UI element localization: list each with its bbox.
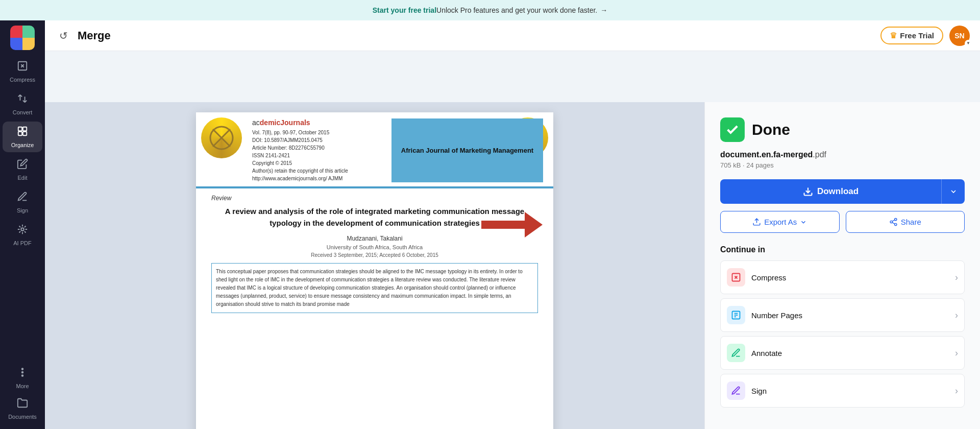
svg-point-19 <box>894 218 896 220</box>
sidebar-item-more[interactable]: More <box>3 363 42 393</box>
file-meta: 705 kB · 24 pages <box>720 161 965 169</box>
svg-point-7 <box>22 372 23 373</box>
edit-icon <box>17 158 28 173</box>
sidebar-item-organize[interactable]: Organize <box>3 122 42 152</box>
download-label: Download <box>817 186 859 197</box>
continue-item-number-pages[interactable]: Number Pages › <box>720 298 965 332</box>
continue-item-number-pages-left: Number Pages <box>727 306 802 324</box>
header: ↺ Merge ♛ Free Trial SN ▼ <box>0 20 980 51</box>
main-content: acdemicJournals Vol. 7(8), pp. 90-97, Oc… <box>45 102 980 429</box>
sidebar-item-compress-label: Compress <box>10 77 35 83</box>
pdf-section-label: Review <box>211 195 538 202</box>
continue-item-sign-left: Sign <box>727 382 767 400</box>
sidebar-item-edit[interactable]: Edit <box>3 154 42 185</box>
file-info: document.en.fa-merged.pdf 705 kB · 24 pa… <box>720 150 965 169</box>
journal-name: acdemicJournals <box>252 118 391 127</box>
continue-item-compress[interactable]: Compress › <box>720 260 965 294</box>
continue-item-annotate[interactable]: Annotate › <box>720 336 965 370</box>
crown-icon: ♛ <box>890 31 897 40</box>
svg-rect-15 <box>481 221 525 229</box>
svg-rect-4 <box>23 132 27 135</box>
download-icon <box>803 186 813 197</box>
continue-title: Continue in <box>720 245 965 254</box>
app-logo[interactable] <box>10 26 35 50</box>
svg-line-23 <box>892 220 895 222</box>
continue-item-annotate-left: Annotate <box>727 344 782 362</box>
banner-text: Unlock Pro features and get your work do… <box>436 6 597 14</box>
pdf-viewer: acdemicJournals Vol. 7(8), pp. 90-97, Oc… <box>45 102 704 429</box>
share-icon <box>889 218 898 226</box>
sidebar-item-convert[interactable]: Convert <box>3 89 42 120</box>
banner-highlight: Start your free trial <box>373 6 436 14</box>
continue-item-sign[interactable]: Sign › <box>720 374 965 408</box>
share-button[interactable]: Share <box>846 211 965 233</box>
export-icon <box>752 218 761 226</box>
done-check-icon <box>720 117 745 142</box>
action-row: Export As Share <box>720 211 965 233</box>
chevron-down-icon <box>949 187 958 196</box>
sign-icon <box>17 191 28 205</box>
sidebar-item-edit-label: Edit <box>18 175 28 181</box>
share-label: Share <box>901 218 921 226</box>
free-trial-button[interactable]: ♛ Free Trial <box>880 27 943 44</box>
back-button[interactable]: ↺ <box>55 28 71 44</box>
file-name-base: document.en.fa-merged <box>720 150 813 159</box>
pdf-meta: Vol. 7(8), pp. 90-97, October 2015 DOI: … <box>252 129 391 182</box>
avatar[interactable]: SN ▼ <box>949 26 970 46</box>
svg-marker-16 <box>525 212 543 237</box>
sidebar-item-organize-label: Organize <box>11 142 34 148</box>
svg-rect-1 <box>18 127 22 131</box>
pdf-received: Received 3 September, 2015; Accepted 6 O… <box>211 252 538 258</box>
red-arrow-icon <box>481 209 543 240</box>
svg-point-8 <box>22 375 23 376</box>
sign-continue-label: Sign <box>751 387 767 395</box>
sidebar-item-compress[interactable]: Compress <box>3 56 42 87</box>
svg-rect-3 <box>18 132 22 135</box>
download-row: Download <box>720 179 965 204</box>
sidebar-item-ai-pdf-label: AI PDF <box>13 240 31 246</box>
organize-icon <box>17 126 28 140</box>
annotate-chevron-icon: › <box>955 348 958 359</box>
svg-point-5 <box>21 228 24 231</box>
svg-line-22 <box>892 223 895 224</box>
compress-chevron-icon: › <box>955 272 958 283</box>
header-left: ↺ Merge <box>55 28 111 44</box>
compress-continue-label: Compress <box>751 273 786 282</box>
sidebar-item-documents[interactable]: Documents <box>3 393 42 424</box>
sign-continue-icon <box>727 382 745 400</box>
download-button[interactable]: Download <box>720 179 941 204</box>
download-caret-button[interactable] <box>941 179 965 204</box>
file-ext: .pdf <box>813 150 826 159</box>
sidebar: Compress Convert Organize Edit Sign AI P… <box>0 20 45 429</box>
ai-pdf-icon <box>17 224 28 238</box>
banner-arrow: → <box>600 6 607 14</box>
svg-point-6 <box>22 368 23 370</box>
svg-point-21 <box>894 223 896 225</box>
convert-icon <box>17 93 28 107</box>
compress-continue-icon <box>727 268 745 287</box>
pdf-abstract-text: This conceptual paper proposes that comm… <box>216 268 533 308</box>
pdf-affiliation: University of South Africa, South Africa <box>211 244 538 250</box>
sidebar-item-ai-pdf[interactable]: AI PDF <box>3 220 42 250</box>
avatar-initials: SN <box>954 32 964 40</box>
compress-icon <box>17 60 28 75</box>
top-banner: Start your free trial Unlock Pro feature… <box>0 0 980 20</box>
annotate-continue-label: Annotate <box>751 349 782 358</box>
sidebar-bottom: More Documents <box>3 363 42 424</box>
annotate-continue-icon <box>727 344 745 362</box>
sidebar-item-sign-label: Sign <box>17 207 28 213</box>
right-panel: Done document.en.fa-merged.pdf 705 kB · … <box>704 102 980 429</box>
more-icon <box>17 367 28 381</box>
number-pages-continue-label: Number Pages <box>751 311 802 320</box>
export-chevron-icon <box>800 219 807 226</box>
avatar-caret-icon: ▼ <box>965 40 972 47</box>
pdf-journal-header: acdemicJournals Vol. 7(8), pp. 90-97, Oc… <box>196 112 553 182</box>
page-title: Merge <box>78 29 111 42</box>
sidebar-item-documents-label: Documents <box>8 414 37 420</box>
export-as-button[interactable]: Export As <box>720 211 840 233</box>
documents-icon <box>17 397 28 412</box>
pdf-page: acdemicJournals Vol. 7(8), pp. 90-97, Oc… <box>196 112 553 429</box>
svg-point-20 <box>890 221 892 223</box>
sidebar-item-sign[interactable]: Sign <box>3 187 42 218</box>
export-label: Export As <box>764 218 797 226</box>
